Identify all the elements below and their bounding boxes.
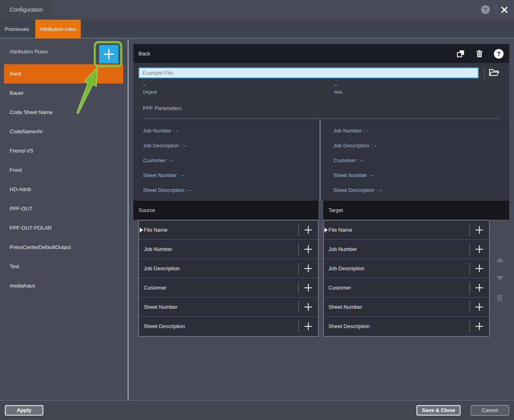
plus-icon bbox=[304, 284, 312, 292]
attribute-label: File Name bbox=[144, 220, 167, 240]
ppf-divider bbox=[143, 118, 500, 119]
ppf-parameter: Customer : – bbox=[333, 153, 509, 168]
ppf-parameter: Sheet Number : – bbox=[143, 168, 320, 183]
ppf-parameter: Sheet Number : – bbox=[333, 168, 509, 183]
add-attribute-button[interactable] bbox=[298, 317, 318, 336]
sidebar-rule-item[interactable]: Code Sheet Name bbox=[0, 103, 128, 122]
apply-button[interactable]: Apply bbox=[5, 405, 43, 416]
source-attribute-row[interactable]: Sheet Description bbox=[139, 317, 318, 336]
new-label: New bbox=[334, 90, 342, 94]
plus-icon bbox=[475, 303, 483, 311]
tab-processes[interactable]: Processes bbox=[0, 20, 34, 39]
source-attribute-row[interactable]: File Name bbox=[139, 220, 318, 240]
rule-item-label: Fremd-VS bbox=[10, 148, 33, 154]
sidebar-rule-item[interactable]: Back bbox=[4, 64, 123, 84]
add-rule-button[interactable] bbox=[99, 45, 118, 63]
source-attribute-row[interactable]: Sheet Number bbox=[139, 298, 318, 317]
attribute-label: Job Number bbox=[328, 240, 357, 259]
example-file-input[interactable] bbox=[139, 67, 479, 78]
attribute-label: Customer bbox=[144, 278, 166, 298]
cancel-button[interactable]: Cancel bbox=[471, 405, 509, 416]
target-attribute-row[interactable]: Sheet Description bbox=[324, 317, 489, 336]
footer-bar: Apply Save & Close Cancel bbox=[0, 400, 514, 420]
add-attribute-button[interactable] bbox=[469, 317, 489, 336]
rule-item-label: PPF-OUT bbox=[10, 206, 33, 212]
target-attribute-row[interactable]: Customer bbox=[324, 278, 489, 298]
rule-item-label: PPF-OUT-POLAR bbox=[10, 225, 52, 231]
rule-item-label: mediahaus bbox=[10, 283, 35, 289]
target-attribute-row[interactable]: File Name bbox=[324, 220, 489, 240]
rule-panel-body: – Original – New PPF Parameters Job Numb… bbox=[133, 63, 509, 201]
rule-item-label: Bauer bbox=[10, 90, 24, 96]
save-close-button[interactable]: Save & Close bbox=[416, 405, 461, 416]
titlebar: Configuration ? bbox=[0, 0, 514, 19]
ppf-parameter: Job Description : – bbox=[333, 138, 509, 153]
ppf-parameter: Sheet Description : – bbox=[333, 183, 509, 198]
attribute-label: Sheet Description bbox=[144, 317, 185, 336]
add-attribute-button[interactable] bbox=[469, 240, 489, 259]
titlebar-divider bbox=[496, 5, 496, 14]
attribute-label: Job Number bbox=[144, 240, 172, 259]
rule-item-label: PressCenterDefaultOutput bbox=[10, 244, 71, 250]
source-attribute-row[interactable]: Job Description bbox=[139, 259, 318, 278]
target-attribute-row[interactable]: Job Number bbox=[324, 240, 489, 259]
add-attribute-button[interactable] bbox=[298, 259, 318, 278]
sidebar-rule-item[interactable]: HD-Attrib bbox=[0, 180, 128, 199]
plus-icon bbox=[304, 322, 312, 330]
add-attribute-button[interactable] bbox=[298, 220, 318, 240]
sidebar-rule-item[interactable]: PressCenterDefaultOutput bbox=[0, 238, 128, 257]
help-icon[interactable]: ? bbox=[481, 5, 490, 14]
add-attribute-button[interactable] bbox=[469, 298, 489, 317]
add-attribute-button[interactable] bbox=[469, 220, 489, 240]
attribute-label: Job Description bbox=[328, 259, 365, 278]
sidebar-rule-item[interactable]: mediahaus bbox=[0, 276, 128, 296]
expander-icon[interactable] bbox=[140, 228, 143, 232]
sidebar-rule-item[interactable]: Bauer bbox=[0, 84, 128, 103]
target-attribute-list: File Name Job Number Job Description bbox=[323, 220, 490, 336]
rule-item-label: Code Sheet Name bbox=[10, 109, 53, 115]
sidebar-rule-item[interactable]: PPF-OUT bbox=[0, 199, 128, 218]
sidebar-rule-item[interactable]: CodeNameAV bbox=[0, 122, 128, 141]
plus-icon bbox=[304, 226, 312, 234]
remove-entry-icon[interactable] bbox=[495, 294, 504, 302]
move-down-icon[interactable] bbox=[496, 276, 504, 281]
close-icon[interactable] bbox=[500, 5, 509, 14]
original-value: – bbox=[143, 82, 146, 88]
rule-panel-header: Back ? bbox=[133, 44, 509, 63]
attribute-label: Customer bbox=[328, 278, 351, 298]
panel-help-icon[interactable]: ? bbox=[494, 49, 504, 59]
add-attribute-button[interactable] bbox=[298, 298, 318, 317]
add-attribute-button[interactable] bbox=[298, 278, 318, 298]
add-attribute-button[interactable] bbox=[298, 240, 318, 259]
target-attribute-row[interactable]: Job Description bbox=[324, 259, 489, 278]
rule-item-label: Test bbox=[10, 263, 19, 269]
ppf-parameter: Job Description : – bbox=[143, 138, 320, 153]
ppf-parameter: Job Number : – bbox=[143, 123, 320, 138]
duplicate-icon[interactable] bbox=[456, 49, 465, 58]
configuration-dialog: Configuration ? Processes Attribution ru… bbox=[0, 0, 514, 420]
target-attribute-row[interactable]: Sheet Number bbox=[324, 298, 489, 317]
rule-list: Back Bauer Code Sheet Name CodeNameAV Fr… bbox=[0, 64, 128, 296]
target-section-header: Target bbox=[323, 201, 509, 220]
ppf-parameter: Customer : – bbox=[143, 153, 320, 168]
sidebar-rule-item[interactable]: Fremd-VS bbox=[0, 141, 128, 161]
attribute-label: File Name bbox=[328, 220, 352, 240]
expander-icon[interactable] bbox=[324, 228, 328, 232]
source-attribute-row[interactable]: Job Number bbox=[139, 240, 318, 259]
sidebar-rule-item[interactable]: PPF-OUT-POLAR bbox=[0, 218, 128, 238]
ppf-target-column: Job Number : – Job Description : – Custo… bbox=[320, 120, 509, 201]
source-attribute-row[interactable]: Customer bbox=[139, 278, 318, 298]
rule-item-label: Back bbox=[10, 71, 21, 77]
add-attribute-button[interactable] bbox=[469, 278, 489, 298]
browse-folder-icon[interactable] bbox=[488, 68, 500, 78]
sidebar-rule-item[interactable]: Test bbox=[0, 257, 128, 276]
plus-icon bbox=[475, 226, 483, 234]
delete-icon[interactable] bbox=[475, 49, 484, 58]
main-panel: Back ? bbox=[133, 44, 509, 400]
add-attribute-button[interactable] bbox=[469, 259, 489, 278]
ppf-parameter: Sheet Description : – bbox=[143, 183, 320, 198]
sidebar-rule-item[interactable]: Front bbox=[0, 161, 128, 180]
move-up-icon[interactable] bbox=[496, 257, 504, 262]
tab-attribution-rules[interactable]: Attribution rules bbox=[35, 20, 80, 39]
plus-icon bbox=[104, 49, 114, 59]
